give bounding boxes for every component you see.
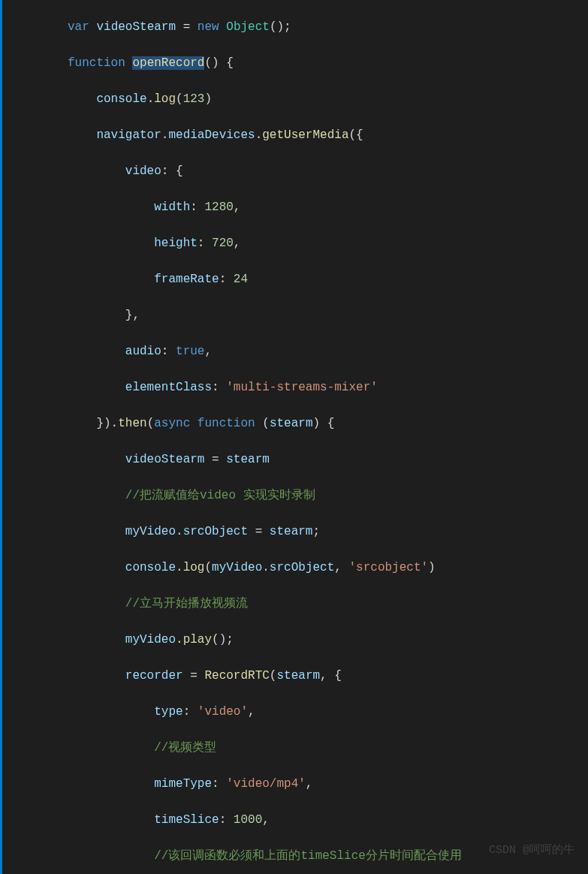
code-line: elementClass: 'multi-streams-mixer' [68, 378, 588, 396]
code-line: //立马开始播放视频流 [68, 595, 588, 613]
code-line: console.log(123) [68, 90, 588, 108]
gutter [0, 0, 34, 874]
code-line: console.log(myVideo.srcObject, 'srcobjec… [68, 559, 588, 577]
watermark: CSDN @呵呵的牛 [489, 842, 574, 860]
code-line: timeSlice: 1000, [68, 811, 588, 829]
code-line: recorder = RecordRTC(stearm, { [68, 667, 588, 685]
code-editor[interactable]: var videoStearm = new Object(); function… [0, 0, 588, 874]
code-line: navigator.mediaDevices.getUserMedia({ [68, 126, 588, 144]
code-line: //视频类型 [68, 739, 588, 757]
code-line: frameRate: 24 [68, 270, 588, 288]
code-line: height: 720, [68, 234, 588, 252]
code-line: mimeType: 'video/mp4', [68, 775, 588, 793]
code-line: //把流赋值给video 实现实时录制 [68, 487, 588, 505]
code-line: myVideo.srcObject = stearm; [68, 523, 588, 541]
code-line: width: 1280, [68, 198, 588, 216]
code-line: type: 'video', [68, 703, 588, 721]
code-line: video: { [68, 162, 588, 180]
code-line: videoStearm = stearm [68, 451, 588, 469]
code-line: }).then(async function (stearm) { [68, 414, 588, 432]
code-line: }, [68, 306, 588, 324]
code-line: audio: true, [68, 342, 588, 360]
code-line: var videoStearm = new Object(); [68, 18, 588, 36]
code-line: myVideo.play(); [68, 631, 588, 649]
code-line: function openRecord() { [68, 54, 588, 72]
